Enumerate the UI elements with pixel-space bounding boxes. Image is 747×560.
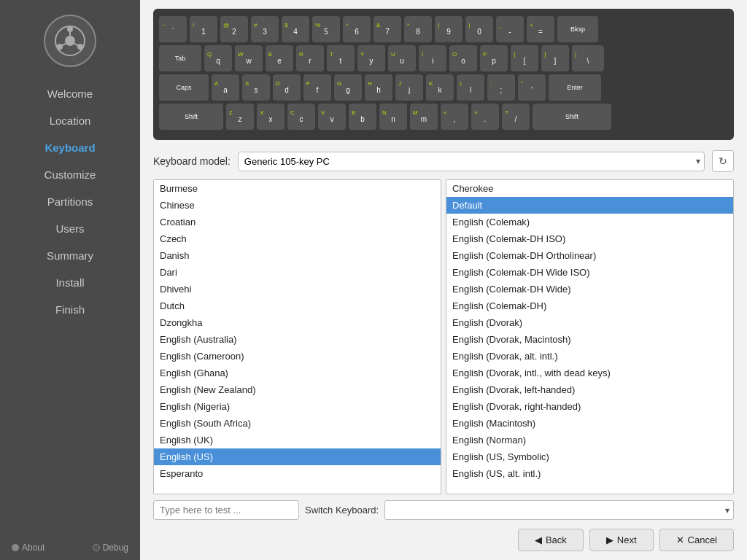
key-e[interactable]: Ee (266, 45, 293, 71)
list-item[interactable]: English (New Zealand) (154, 381, 441, 398)
list-item[interactable]: Dhivehi (154, 281, 441, 298)
list-item[interactable]: English (South Africa) (154, 415, 441, 432)
key-minus[interactable]: _- (496, 16, 524, 42)
key-lbracket[interactable]: {[ (511, 45, 538, 71)
list-item[interactable]: Czech (154, 230, 441, 247)
key-enter[interactable]: Enter (549, 74, 601, 101)
refresh-button[interactable]: ↻ (712, 150, 734, 172)
cancel-button[interactable]: ✕ Cancel (659, 529, 734, 551)
key-tab[interactable]: Tab (159, 45, 201, 71)
switch-keyboard-select[interactable] (384, 500, 734, 520)
list-item[interactable]: English (Colemak-DH) (446, 298, 733, 314)
sidebar-item-location[interactable]: Location (44, 107, 96, 134)
list-item[interactable]: English (Colemak) (446, 214, 733, 230)
key-p[interactable]: Pp (480, 45, 508, 71)
sidebar-item-users[interactable]: Users (44, 215, 96, 242)
sidebar-item-keyboard[interactable]: Keyboard (44, 134, 96, 161)
key-rbracket[interactable]: }] (541, 45, 569, 71)
list-item[interactable]: Esperanto (154, 465, 441, 482)
key-capslock[interactable]: Caps (159, 74, 209, 101)
list-item[interactable]: English (Colemak-DH Ortholinear) (446, 247, 733, 264)
key-i[interactable]: Ii (419, 45, 446, 71)
list-item[interactable]: English (Australia) (154, 331, 441, 348)
list-item[interactable]: Cherokee (446, 180, 733, 197)
sidebar-item-partitions[interactable]: Partitions (44, 188, 96, 215)
key-rshift[interactable]: Shift (533, 104, 611, 130)
key-comma[interactable]: <, (441, 104, 468, 130)
key-2[interactable]: @2 (220, 16, 248, 42)
list-item[interactable]: Default (446, 197, 733, 214)
key-a[interactable]: Aa (212, 74, 239, 101)
list-item[interactable]: English (UK) (154, 432, 441, 448)
list-item[interactable]: English (Nigeria) (154, 398, 441, 415)
key-b[interactable]: Bb (349, 104, 376, 130)
list-item[interactable]: English (Colemak-DH Wide) (446, 281, 733, 298)
list-item[interactable]: Dzongkha (154, 314, 441, 331)
key-n[interactable]: Nn (379, 104, 407, 130)
key-y[interactable]: Yy (357, 45, 385, 71)
key-7[interactable]: &7 (374, 16, 401, 42)
list-item[interactable]: English (Dvorak, alt. intl.) (446, 348, 733, 365)
key-c[interactable]: Cc (287, 104, 315, 130)
key-z[interactable]: Zz (226, 104, 254, 130)
key-tilde[interactable]: ~` (159, 16, 187, 42)
list-item[interactable]: Croatian (154, 214, 441, 230)
sidebar-item-finish[interactable]: Finish (44, 296, 96, 323)
key-backslash[interactable]: |\ (572, 45, 604, 71)
sidebar-item-welcome[interactable]: Welcome (44, 80, 96, 107)
list-item[interactable]: English (Dvorak, Macintosh) (446, 331, 733, 348)
list-item[interactable]: Burmese (154, 180, 441, 197)
key-lshift[interactable]: Shift (159, 104, 223, 130)
key-d[interactable]: Dd (273, 74, 301, 101)
next-button[interactable]: ▶ Next (589, 529, 654, 551)
key-t[interactable]: Tt (327, 45, 355, 71)
list-item[interactable]: English (Macintosh) (446, 415, 733, 432)
keyboard-model-select[interactable]: Generic 105-key PC (238, 152, 705, 171)
key-h[interactable]: Hh (365, 74, 392, 101)
key-equals[interactable]: += (527, 16, 554, 42)
key-w[interactable]: Ww (235, 45, 263, 71)
list-item[interactable]: English (Dvorak, intl., with dead keys) (446, 365, 733, 381)
key-quote[interactable]: "' (518, 74, 546, 101)
sidebar-item-customize[interactable]: Customize (44, 161, 96, 188)
key-o[interactable]: Oo (449, 45, 477, 71)
key-3[interactable]: #3 (251, 16, 279, 42)
key-0[interactable]: )0 (465, 16, 493, 42)
list-item[interactable]: English (Colemak-DH ISO) (446, 230, 733, 247)
key-m[interactable]: Mm (410, 104, 438, 130)
about-link[interactable]: About (12, 542, 44, 553)
keyboard-test-input[interactable] (153, 500, 299, 520)
key-j[interactable]: Jj (395, 74, 423, 101)
key-k[interactable]: Kk (426, 74, 454, 101)
key-6[interactable]: ^6 (343, 16, 371, 42)
key-r[interactable]: Rr (296, 45, 324, 71)
list-item[interactable]: English (Cameroon) (154, 348, 441, 365)
list-item[interactable]: English (US, alt. intl.) (446, 465, 733, 482)
key-x[interactable]: Xx (257, 104, 285, 130)
key-semicolon[interactable]: :; (487, 74, 515, 101)
key-l[interactable]: Ll (457, 74, 484, 101)
list-item[interactable]: Danish (154, 247, 441, 264)
debug-link[interactable]: Debug (93, 542, 128, 553)
key-v[interactable]: Vv (318, 104, 346, 130)
back-button[interactable]: ◀ Back (518, 529, 584, 551)
list-item[interactable]: English (US) (154, 448, 441, 465)
sidebar-item-install[interactable]: Install (44, 269, 96, 296)
key-period[interactable]: >. (471, 104, 499, 130)
key-8[interactable]: *8 (404, 16, 432, 42)
key-g[interactable]: Gg (334, 74, 362, 101)
key-u[interactable]: Uu (388, 45, 416, 71)
key-backspace[interactable]: Bksp (557, 16, 598, 42)
key-4[interactable]: $4 (282, 16, 309, 42)
key-s[interactable]: Ss (242, 74, 270, 101)
key-f[interactable]: Ff (303, 74, 331, 101)
list-item[interactable]: English (Dvorak, left-handed) (446, 381, 733, 398)
list-item[interactable]: English (Colemak-DH Wide ISO) (446, 264, 733, 281)
list-item[interactable]: English (Dvorak) (446, 314, 733, 331)
key-q[interactable]: Qq (204, 45, 232, 71)
list-item[interactable]: Dari (154, 264, 441, 281)
list-item[interactable]: Dutch (154, 298, 441, 314)
key-5[interactable]: %5 (312, 16, 340, 42)
list-item[interactable]: English (Norman) (446, 432, 733, 448)
key-slash[interactable]: ?/ (502, 104, 530, 130)
